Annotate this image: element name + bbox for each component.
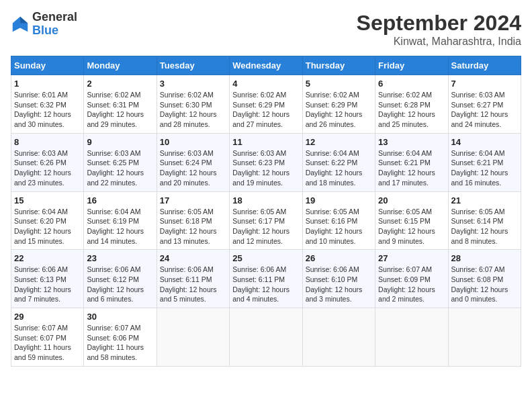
calendar-cell <box>375 308 448 367</box>
calendar-cell <box>230 308 302 367</box>
day-info: Sunrise: 6:07 AM Sunset: 6:09 PM Dayligh… <box>378 265 445 304</box>
calendar-cell: 21Sunrise: 6:05 AM Sunset: 6:14 PM Dayli… <box>448 191 521 250</box>
day-number: 30 <box>87 312 153 322</box>
calendar-cell: 6Sunrise: 6:02 AM Sunset: 6:28 PM Daylig… <box>375 75 448 134</box>
calendar-cell: 26Sunrise: 6:06 AM Sunset: 6:10 PM Dayli… <box>302 250 375 308</box>
day-info: Sunrise: 6:04 AM Sunset: 6:21 PM Dayligh… <box>378 148 445 188</box>
day-info: Sunrise: 6:03 AM Sunset: 6:24 PM Dayligh… <box>160 148 226 188</box>
calendar-cell: 12Sunrise: 6:04 AM Sunset: 6:22 PM Dayli… <box>302 133 375 191</box>
logo-text: General Blue <box>32 11 77 38</box>
calendar-cell: 25Sunrise: 6:06 AM Sunset: 6:11 PM Dayli… <box>230 250 302 308</box>
header-friday: Friday <box>375 56 448 75</box>
calendar-cell <box>302 308 375 367</box>
calendar-cell: 18Sunrise: 6:05 AM Sunset: 6:17 PM Dayli… <box>230 191 302 250</box>
day-number: 13 <box>378 137 445 147</box>
day-info: Sunrise: 6:06 AM Sunset: 6:11 PM Dayligh… <box>232 265 299 304</box>
calendar-cell: 20Sunrise: 6:05 AM Sunset: 6:15 PM Dayli… <box>375 191 448 250</box>
calendar-cell: 8Sunrise: 6:03 AM Sunset: 6:26 PM Daylig… <box>11 133 84 191</box>
calendar-cell: 11Sunrise: 6:03 AM Sunset: 6:23 PM Dayli… <box>230 133 302 191</box>
day-number: 7 <box>451 79 518 89</box>
day-info: Sunrise: 6:06 AM Sunset: 6:13 PM Dayligh… <box>14 265 81 304</box>
calendar-header-row: SundayMondayTuesdayWednesdayThursdayFrid… <box>11 56 521 75</box>
calendar-cell: 24Sunrise: 6:06 AM Sunset: 6:11 PM Dayli… <box>157 250 229 308</box>
day-number: 9 <box>87 137 153 147</box>
day-number: 12 <box>306 137 372 147</box>
calendar-week-5: 29Sunrise: 6:07 AM Sunset: 6:07 PM Dayli… <box>11 308 521 367</box>
day-info: Sunrise: 6:03 AM Sunset: 6:25 PM Dayligh… <box>87 148 153 188</box>
calendar-cell: 14Sunrise: 6:04 AM Sunset: 6:21 PM Dayli… <box>448 133 521 191</box>
day-number: 26 <box>306 253 372 263</box>
calendar-cell: 27Sunrise: 6:07 AM Sunset: 6:09 PM Dayli… <box>375 250 448 308</box>
title-block: September 2024 Kinwat, Maharashtra, Indi… <box>357 11 521 48</box>
day-number: 23 <box>87 253 153 263</box>
calendar-cell: 3Sunrise: 6:02 AM Sunset: 6:30 PM Daylig… <box>157 75 229 134</box>
day-number: 11 <box>232 137 299 147</box>
calendar-cell: 15Sunrise: 6:04 AM Sunset: 6:20 PM Dayli… <box>11 191 84 250</box>
calendar-week-2: 8Sunrise: 6:03 AM Sunset: 6:26 PM Daylig… <box>11 133 521 191</box>
calendar-week-3: 15Sunrise: 6:04 AM Sunset: 6:20 PM Dayli… <box>11 191 521 250</box>
day-number: 6 <box>378 79 445 89</box>
calendar-cell: 28Sunrise: 6:07 AM Sunset: 6:08 PM Dayli… <box>448 250 521 308</box>
day-number: 21 <box>451 195 518 205</box>
day-info: Sunrise: 6:05 AM Sunset: 6:16 PM Dayligh… <box>306 207 372 246</box>
day-number: 24 <box>160 253 226 263</box>
day-info: Sunrise: 6:06 AM Sunset: 6:10 PM Dayligh… <box>306 265 372 304</box>
day-info: Sunrise: 6:02 AM Sunset: 6:31 PM Dayligh… <box>87 90 153 130</box>
day-number: 28 <box>451 253 518 263</box>
day-number: 27 <box>378 253 445 263</box>
calendar-cell: 22Sunrise: 6:06 AM Sunset: 6:13 PM Dayli… <box>11 250 84 308</box>
calendar-week-4: 22Sunrise: 6:06 AM Sunset: 6:13 PM Dayli… <box>11 250 521 308</box>
header-thursday: Thursday <box>302 56 375 75</box>
day-number: 8 <box>14 137 81 147</box>
day-number: 14 <box>451 137 518 147</box>
day-info: Sunrise: 6:02 AM Sunset: 6:29 PM Dayligh… <box>306 90 372 130</box>
page-header: General Blue September 2024 Kinwat, Maha… <box>11 11 521 48</box>
day-info: Sunrise: 6:05 AM Sunset: 6:14 PM Dayligh… <box>451 207 518 246</box>
day-info: Sunrise: 6:04 AM Sunset: 6:20 PM Dayligh… <box>14 207 81 246</box>
calendar-cell <box>157 308 229 367</box>
day-info: Sunrise: 6:02 AM Sunset: 6:28 PM Dayligh… <box>378 90 445 130</box>
day-number: 5 <box>306 79 372 89</box>
calendar-cell: 2Sunrise: 6:02 AM Sunset: 6:31 PM Daylig… <box>84 75 157 134</box>
header-saturday: Saturday <box>448 56 521 75</box>
calendar-cell: 13Sunrise: 6:04 AM Sunset: 6:21 PM Dayli… <box>375 133 448 191</box>
day-info: Sunrise: 6:07 AM Sunset: 6:06 PM Dayligh… <box>87 323 153 363</box>
logo: General Blue <box>11 11 77 38</box>
month-title: September 2024 <box>357 11 521 36</box>
location: Kinwat, Maharashtra, India <box>357 36 521 48</box>
calendar-cell: 4Sunrise: 6:02 AM Sunset: 6:29 PM Daylig… <box>230 75 302 134</box>
day-info: Sunrise: 6:02 AM Sunset: 6:30 PM Dayligh… <box>160 90 226 130</box>
header-sunday: Sunday <box>11 56 84 75</box>
day-info: Sunrise: 6:04 AM Sunset: 6:21 PM Dayligh… <box>451 148 518 188</box>
day-info: Sunrise: 6:01 AM Sunset: 6:32 PM Dayligh… <box>14 90 81 130</box>
day-info: Sunrise: 6:03 AM Sunset: 6:27 PM Dayligh… <box>451 90 518 130</box>
calendar-week-1: 1Sunrise: 6:01 AM Sunset: 6:32 PM Daylig… <box>11 75 521 134</box>
logo-icon <box>11 15 30 34</box>
calendar-cell: 30Sunrise: 6:07 AM Sunset: 6:06 PM Dayli… <box>84 308 157 367</box>
day-number: 25 <box>232 253 299 263</box>
calendar-cell: 17Sunrise: 6:05 AM Sunset: 6:18 PM Dayli… <box>157 191 229 250</box>
calendar-cell: 23Sunrise: 6:06 AM Sunset: 6:12 PM Dayli… <box>84 250 157 308</box>
day-info: Sunrise: 6:02 AM Sunset: 6:29 PM Dayligh… <box>232 90 299 130</box>
calendar-cell: 1Sunrise: 6:01 AM Sunset: 6:32 PM Daylig… <box>11 75 84 134</box>
svg-marker-1 <box>20 17 28 24</box>
calendar-cell: 7Sunrise: 6:03 AM Sunset: 6:27 PM Daylig… <box>448 75 521 134</box>
calendar-cell: 29Sunrise: 6:07 AM Sunset: 6:07 PM Dayli… <box>11 308 84 367</box>
day-info: Sunrise: 6:07 AM Sunset: 6:08 PM Dayligh… <box>451 265 518 304</box>
calendar-cell: 19Sunrise: 6:05 AM Sunset: 6:16 PM Dayli… <box>302 191 375 250</box>
day-number: 20 <box>378 195 445 205</box>
day-number: 29 <box>14 312 81 322</box>
day-number: 3 <box>160 79 226 89</box>
calendar-cell: 10Sunrise: 6:03 AM Sunset: 6:24 PM Dayli… <box>157 133 229 191</box>
day-number: 4 <box>232 79 299 89</box>
day-info: Sunrise: 6:04 AM Sunset: 6:19 PM Dayligh… <box>87 207 153 246</box>
header-wednesday: Wednesday <box>230 56 302 75</box>
day-info: Sunrise: 6:05 AM Sunset: 6:17 PM Dayligh… <box>232 207 299 246</box>
day-info: Sunrise: 6:03 AM Sunset: 6:23 PM Dayligh… <box>232 148 299 188</box>
day-number: 16 <box>87 195 153 205</box>
day-info: Sunrise: 6:06 AM Sunset: 6:11 PM Dayligh… <box>160 265 226 304</box>
calendar-cell: 16Sunrise: 6:04 AM Sunset: 6:19 PM Dayli… <box>84 191 157 250</box>
day-number: 2 <box>87 79 153 89</box>
day-number: 1 <box>14 79 81 89</box>
day-number: 17 <box>160 195 226 205</box>
